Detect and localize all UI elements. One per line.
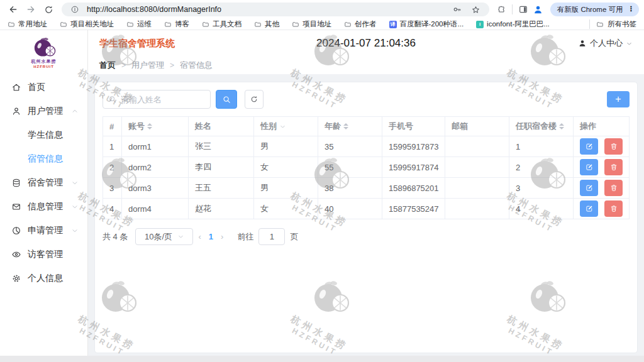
password-key-icon[interactable]	[450, 3, 464, 16]
bookmark-star-icon[interactable]	[469, 3, 483, 16]
page-size-select[interactable]: 10条/页	[135, 228, 193, 245]
folder-icon	[596, 21, 604, 28]
forward-icon[interactable]	[23, 2, 39, 17]
sidebar-item-student-info[interactable]: 学生信息	[0, 123, 87, 147]
cell-phone: 15995917873	[382, 136, 445, 157]
folder-icon	[126, 21, 134, 28]
sidebar-item-apply-mgmt[interactable]: 申请管理	[0, 219, 87, 243]
cell-actions	[574, 178, 630, 199]
column-label: 手机号	[389, 121, 413, 132]
bookmark-item-4[interactable]: 工具文档	[202, 19, 242, 29]
bookmark-item-3[interactable]: 博客	[164, 19, 189, 29]
filter-chevron-icon[interactable]	[279, 123, 286, 130]
current-page[interactable]: 1	[209, 232, 213, 241]
user-center-dropdown[interactable]: 个人中心	[578, 38, 633, 49]
side-panel-icon[interactable]	[516, 3, 530, 16]
breadcrumb-user-mgmt: 用户管理	[131, 60, 164, 71]
search-button[interactable]	[216, 90, 237, 109]
sidebar-item-message-mgmt[interactable]: 信息管理	[0, 195, 87, 219]
eye-icon	[11, 250, 21, 260]
cell-email	[445, 136, 509, 157]
sidebar-item-user-mgmt[interactable]: 用户管理	[0, 99, 87, 123]
add-button[interactable]: +	[607, 91, 630, 107]
user-icon	[578, 39, 587, 48]
profile-avatar-icon[interactable]	[531, 3, 545, 16]
search-input[interactable]	[121, 95, 205, 104]
cell-gender: 女	[254, 157, 318, 178]
edit-button[interactable]	[580, 159, 598, 175]
sidebar-item-home[interactable]: 首页	[0, 75, 87, 99]
sort-carets-icon[interactable]	[147, 123, 152, 129]
search-icon	[222, 95, 231, 104]
column-header[interactable]: 任职宿舍楼	[509, 117, 574, 136]
sidebar-item-dorm-manager-info[interactable]: 宿管信息	[0, 147, 87, 171]
bookmark-item-1[interactable]: 项目相关地址	[60, 19, 114, 29]
delete-button[interactable]	[604, 200, 623, 217]
delete-button[interactable]	[604, 138, 623, 155]
bookmark-label: 常用地址	[18, 19, 47, 29]
bookmark-item-8[interactable]: 译 百度翻译-200种语...	[389, 19, 464, 29]
refresh-icon	[250, 95, 258, 104]
breadcrumb-home[interactable]: 首页	[99, 60, 116, 71]
column-header[interactable]: 账号	[122, 117, 189, 136]
prev-page-button[interactable]: ‹	[198, 232, 201, 241]
bookmark-item-9[interactable]: i iconfont-阿里巴巴...	[476, 19, 550, 29]
sort-carets-icon[interactable]	[343, 123, 348, 129]
app-window: 杭州水果捞 HZFRUIT 首页 用户管理 学生信息 宿管信息 宿舍管理 信息管…	[0, 30, 644, 356]
edit-button[interactable]	[580, 138, 598, 155]
reload-icon[interactable]	[40, 2, 57, 17]
bookmark-item-0[interactable]: 常用地址	[8, 19, 47, 29]
mangosteen-logo-icon	[31, 36, 57, 58]
site-info-icon[interactable]	[68, 3, 82, 16]
chevron-up-icon	[71, 107, 79, 115]
edit-button[interactable]	[580, 200, 598, 217]
sidebar-menu: 首页 用户管理 学生信息 宿管信息 宿舍管理 信息管理 申请管理 访客管理	[0, 75, 87, 290]
goto-label: 前往	[237, 231, 253, 243]
plus-icon: +	[615, 94, 621, 104]
kebab-menu-icon[interactable]: ⋮	[626, 6, 636, 13]
sidebar-item-label: 信息管理	[28, 201, 71, 212]
pagination: 共 4 条 10条/页 ‹ 1 › 前往 页	[103, 228, 630, 245]
cell-phone: 15896875201	[382, 178, 445, 199]
breadcrumb: 首页 > 用户管理 > 宿管信息	[88, 57, 644, 74]
cell-building: 3	[509, 178, 574, 199]
column-header: 操作	[574, 117, 630, 136]
sidebar-item-dorm-mgmt[interactable]: 宿舍管理	[0, 171, 87, 195]
delete-button[interactable]	[604, 180, 623, 196]
cell-age: 40	[318, 199, 382, 219]
sidebar-item-visitor-mgmt[interactable]: 访客管理	[0, 243, 87, 266]
url-text[interactable]: http://localhost:8080/dormManagerInfo	[87, 5, 221, 14]
chrome-update-button[interactable]: 有新版 Chrome 可用 ⋮	[550, 3, 639, 16]
main-area: 学生宿舍管理系统 2024-01-07 21:04:36 个人中心 首页 > 用…	[88, 30, 644, 356]
bookmark-item-5[interactable]: 其他	[254, 19, 279, 29]
toolbar-divider	[512, 4, 513, 14]
bookmark-item-2[interactable]: 运维	[126, 19, 152, 29]
refresh-button[interactable]	[245, 90, 264, 109]
bookmark-item-7[interactable]: 创作者	[344, 19, 377, 29]
bookmark-label: 运维	[137, 19, 152, 29]
cell-account: dorm2	[122, 157, 189, 178]
goto-page-input[interactable]	[258, 228, 285, 245]
sidebar-item-profile[interactable]: 个人信息	[0, 266, 87, 290]
sort-carets-icon[interactable]	[559, 123, 564, 129]
column-header[interactable]: 年龄	[318, 117, 382, 136]
baidu-favicon: 译	[389, 21, 397, 28]
address-bar[interactable]: http://localhost:8080/dormManagerInfo	[62, 3, 489, 16]
bookmark-label: 工具文档	[213, 19, 242, 29]
bookmark-item-6[interactable]: 项目地址	[292, 19, 331, 29]
home-icon	[11, 82, 21, 92]
cell-actions	[574, 136, 630, 157]
content-area: + #账号姓名性别年龄手机号邮箱任职宿舍楼操作 1dorm1张三男3515995…	[88, 74, 644, 356]
extensions-icon[interactable]	[494, 3, 508, 16]
cell-name: 王五	[189, 178, 254, 199]
column-label: #	[109, 122, 114, 131]
all-bookmarks-button[interactable]: 所有书签	[589, 19, 636, 29]
cell-building: 4	[509, 199, 574, 219]
cell-gender: 男	[254, 136, 318, 157]
sidebar-item-label: 用户管理	[28, 106, 71, 117]
next-page-button[interactable]: ›	[221, 232, 223, 241]
page-unit-label: 页	[290, 231, 298, 243]
back-icon[interactable]	[5, 2, 21, 17]
delete-button[interactable]	[604, 159, 623, 175]
edit-button[interactable]	[580, 180, 598, 196]
